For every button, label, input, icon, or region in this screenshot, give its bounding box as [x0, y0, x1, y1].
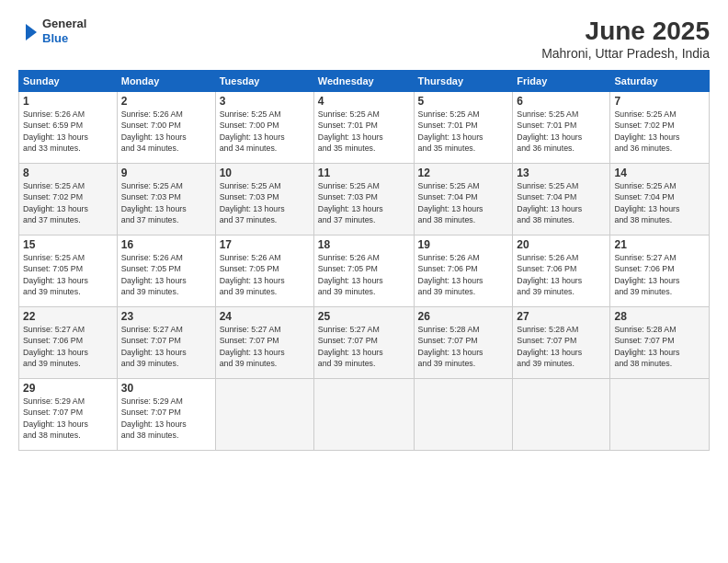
day-detail: Sunrise: 5:25 AMSunset: 7:03 PMDaylight:… — [121, 180, 211, 225]
table-row — [313, 379, 414, 451]
table-row: 22Sunrise: 5:27 AMSunset: 7:06 PMDayligh… — [19, 307, 118, 379]
day-detail: Sunrise: 5:26 AMSunset: 7:05 PMDaylight:… — [220, 252, 310, 297]
day-detail: Sunrise: 5:25 AMSunset: 7:04 PMDaylight:… — [517, 180, 606, 225]
day-detail: Sunrise: 5:29 AMSunset: 7:07 PMDaylight:… — [121, 396, 211, 441]
day-detail: Sunrise: 5:25 AMSunset: 7:05 PMDaylight:… — [23, 252, 113, 297]
table-row — [414, 379, 513, 451]
day-detail: Sunrise: 5:25 AMSunset: 7:02 PMDaylight:… — [23, 180, 113, 225]
day-detail: Sunrise: 5:27 AMSunset: 7:07 PMDaylight:… — [318, 324, 410, 369]
table-row: 8Sunrise: 5:25 AMSunset: 7:02 PMDaylight… — [19, 164, 118, 236]
day-number: 23 — [121, 310, 211, 323]
col-wednesday: Wednesday — [313, 71, 414, 92]
table-row: 13Sunrise: 5:25 AMSunset: 7:04 PMDayligh… — [513, 164, 610, 236]
day-detail: Sunrise: 5:27 AMSunset: 7:07 PMDaylight:… — [121, 324, 211, 369]
day-detail: Sunrise: 5:25 AMSunset: 7:03 PMDaylight:… — [318, 180, 410, 225]
title-block: June 2025 Mahroni, Uttar Pradesh, India — [541, 17, 710, 61]
day-detail: Sunrise: 5:26 AMSunset: 7:06 PMDaylight:… — [418, 252, 509, 297]
day-detail: Sunrise: 5:26 AMSunset: 6:59 PMDaylight:… — [23, 109, 113, 154]
calendar-week-row: 22Sunrise: 5:27 AMSunset: 7:06 PMDayligh… — [19, 307, 710, 379]
day-detail: Sunrise: 5:28 AMSunset: 7:07 PMDaylight:… — [614, 324, 705, 369]
logo-wrapper: General Blue — [18, 17, 86, 45]
table-row: 17Sunrise: 5:26 AMSunset: 7:05 PMDayligh… — [215, 236, 313, 307]
day-number: 15 — [23, 238, 113, 251]
table-row: 18Sunrise: 5:26 AMSunset: 7:05 PMDayligh… — [313, 236, 414, 307]
logo-icon — [18, 22, 39, 42]
col-tuesday: Tuesday — [215, 71, 313, 92]
day-number: 7 — [614, 95, 705, 108]
col-thursday: Thursday — [414, 71, 513, 92]
table-row: 15Sunrise: 5:25 AMSunset: 7:05 PMDayligh… — [19, 236, 118, 307]
day-detail: Sunrise: 5:25 AMSunset: 7:03 PMDaylight:… — [220, 180, 310, 225]
day-number: 22 — [23, 310, 113, 323]
table-row: 12Sunrise: 5:25 AMSunset: 7:04 PMDayligh… — [414, 164, 513, 236]
day-number: 6 — [517, 95, 606, 108]
day-number: 4 — [318, 95, 410, 108]
day-number: 9 — [121, 167, 211, 179]
day-detail: Sunrise: 5:25 AMSunset: 7:04 PMDaylight:… — [418, 180, 509, 225]
day-number: 14 — [614, 167, 705, 179]
col-saturday: Saturday — [610, 71, 710, 92]
page: General Blue June 2025 Mahroni, Uttar Pr… — [0, 0, 728, 563]
table-row: 26Sunrise: 5:28 AMSunset: 7:07 PMDayligh… — [414, 307, 513, 379]
table-row: 11Sunrise: 5:25 AMSunset: 7:03 PMDayligh… — [313, 164, 414, 236]
day-number: 28 — [614, 310, 705, 323]
table-row: 23Sunrise: 5:27 AMSunset: 7:07 PMDayligh… — [117, 307, 215, 379]
day-number: 12 — [418, 167, 509, 179]
day-detail: Sunrise: 5:28 AMSunset: 7:07 PMDaylight:… — [517, 324, 606, 369]
table-row: 20Sunrise: 5:26 AMSunset: 7:06 PMDayligh… — [513, 236, 610, 307]
svg-marker-0 — [26, 24, 37, 40]
day-detail: Sunrise: 5:26 AMSunset: 7:00 PMDaylight:… — [121, 109, 211, 154]
day-detail: Sunrise: 5:25 AMSunset: 7:01 PMDaylight:… — [517, 109, 606, 154]
day-detail: Sunrise: 5:29 AMSunset: 7:07 PMDaylight:… — [23, 396, 113, 441]
day-detail: Sunrise: 5:27 AMSunset: 7:06 PMDaylight:… — [614, 252, 705, 297]
day-number: 16 — [121, 238, 211, 251]
table-row: 30Sunrise: 5:29 AMSunset: 7:07 PMDayligh… — [117, 379, 215, 451]
logo-blue: Blue — [42, 31, 86, 46]
day-number: 2 — [121, 95, 211, 108]
location-title: Mahroni, Uttar Pradesh, India — [541, 46, 710, 61]
table-row: 1Sunrise: 5:26 AMSunset: 6:59 PMDaylight… — [19, 92, 118, 164]
day-number: 3 — [220, 95, 310, 108]
table-row: 29Sunrise: 5:29 AMSunset: 7:07 PMDayligh… — [19, 379, 118, 451]
day-detail: Sunrise: 5:25 AMSunset: 7:04 PMDaylight:… — [614, 180, 705, 225]
day-number: 26 — [418, 310, 509, 323]
table-row: 4Sunrise: 5:25 AMSunset: 7:01 PMDaylight… — [313, 92, 414, 164]
logo-text: General Blue — [42, 17, 86, 45]
day-detail: Sunrise: 5:25 AMSunset: 7:02 PMDaylight:… — [614, 109, 705, 154]
day-number: 8 — [23, 167, 113, 179]
day-detail: Sunrise: 5:26 AMSunset: 7:05 PMDaylight:… — [318, 252, 410, 297]
day-detail: Sunrise: 5:27 AMSunset: 7:06 PMDaylight:… — [23, 324, 113, 369]
day-number: 21 — [614, 238, 705, 251]
logo-general: General — [42, 17, 86, 31]
day-number: 25 — [318, 310, 410, 323]
day-detail: Sunrise: 5:25 AMSunset: 7:01 PMDaylight:… — [318, 109, 410, 154]
day-number: 10 — [220, 167, 310, 179]
day-number: 19 — [418, 238, 509, 251]
calendar-week-row: 29Sunrise: 5:29 AMSunset: 7:07 PMDayligh… — [19, 379, 710, 451]
calendar-week-row: 1Sunrise: 5:26 AMSunset: 6:59 PMDaylight… — [19, 92, 710, 164]
calendar-week-row: 8Sunrise: 5:25 AMSunset: 7:02 PMDaylight… — [19, 164, 710, 236]
table-row — [215, 379, 313, 451]
header: General Blue June 2025 Mahroni, Uttar Pr… — [18, 17, 710, 61]
col-friday: Friday — [513, 71, 610, 92]
day-number: 11 — [318, 167, 410, 179]
col-monday: Monday — [117, 71, 215, 92]
calendar-header-row: Sunday Monday Tuesday Wednesday Thursday… — [19, 71, 710, 92]
day-number: 29 — [23, 382, 113, 395]
table-row: 19Sunrise: 5:26 AMSunset: 7:06 PMDayligh… — [414, 236, 513, 307]
day-number: 5 — [418, 95, 509, 108]
table-row: 3Sunrise: 5:25 AMSunset: 7:00 PMDaylight… — [215, 92, 313, 164]
calendar-week-row: 15Sunrise: 5:25 AMSunset: 7:05 PMDayligh… — [19, 236, 710, 307]
day-number: 27 — [517, 310, 606, 323]
table-row: 27Sunrise: 5:28 AMSunset: 7:07 PMDayligh… — [513, 307, 610, 379]
table-row: 25Sunrise: 5:27 AMSunset: 7:07 PMDayligh… — [313, 307, 414, 379]
table-row — [610, 379, 710, 451]
day-number: 1 — [23, 95, 113, 108]
table-row: 21Sunrise: 5:27 AMSunset: 7:06 PMDayligh… — [610, 236, 710, 307]
day-detail: Sunrise: 5:25 AMSunset: 7:01 PMDaylight:… — [418, 109, 509, 154]
day-detail: Sunrise: 5:26 AMSunset: 7:05 PMDaylight:… — [121, 252, 211, 297]
day-number: 18 — [318, 238, 410, 251]
month-title: June 2025 — [541, 17, 710, 46]
table-row: 16Sunrise: 5:26 AMSunset: 7:05 PMDayligh… — [117, 236, 215, 307]
day-number: 30 — [121, 382, 211, 395]
